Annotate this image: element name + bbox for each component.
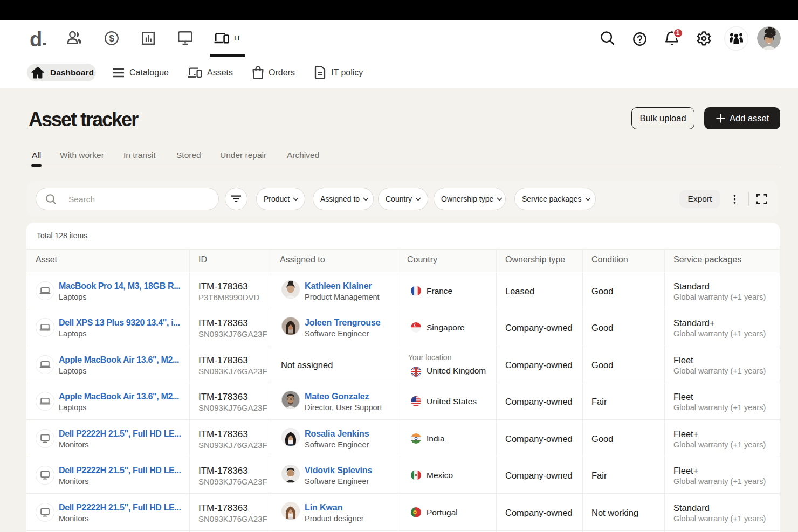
svg-text:$: $ — [109, 33, 114, 43]
